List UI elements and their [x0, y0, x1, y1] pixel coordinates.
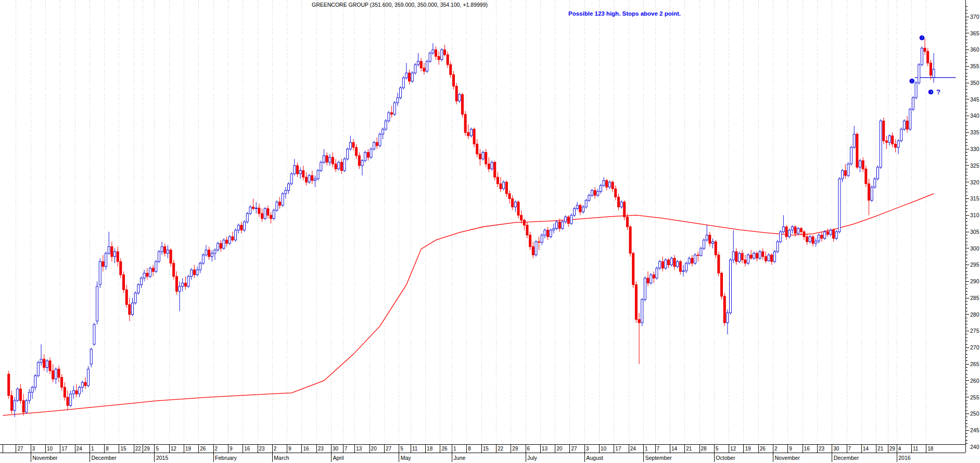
candle [668, 258, 670, 268]
candle [332, 153, 334, 168]
candle [892, 132, 894, 147]
candle-body [874, 179, 876, 187]
candle-body [385, 121, 387, 129]
candle-body [641, 299, 643, 322]
candle-body [235, 230, 237, 240]
candle-body [43, 359, 45, 368]
candle [488, 157, 490, 172]
candle-body [930, 63, 932, 76]
candle [868, 179, 870, 215]
price-axis-label: 365 [970, 30, 979, 36]
candle-body [529, 235, 531, 246]
candle [308, 174, 310, 184]
candle-body [137, 285, 139, 293]
candle-body [473, 129, 475, 144]
candle-body [170, 250, 172, 263]
candle [455, 83, 457, 104]
candle [114, 248, 116, 264]
candle-body [785, 227, 787, 236]
candle-body [520, 215, 523, 220]
candle-body [205, 250, 207, 255]
candle [574, 207, 576, 217]
candle-body [31, 387, 33, 393]
candle-body [700, 248, 702, 256]
candle-body [656, 268, 658, 278]
candle [888, 134, 890, 146]
candle-body [650, 275, 652, 283]
candle [223, 239, 225, 250]
candle-body [338, 162, 340, 169]
candle-body [441, 50, 443, 60]
candle-body [132, 303, 134, 315]
date-tick-label: 4 [898, 446, 901, 452]
candle-body [877, 167, 879, 179]
point-marker-3: ❸ [928, 89, 934, 96]
candle [267, 205, 269, 218]
candle-body [290, 174, 292, 184]
candle [785, 225, 787, 240]
month-label: July [527, 455, 537, 461]
candle [132, 298, 134, 316]
date-tick-label: 29 [889, 446, 896, 452]
candle [508, 191, 511, 204]
date-tick-label: 19 [185, 446, 192, 452]
date-tick-label: 16 [303, 446, 309, 452]
month-label: June [454, 455, 466, 461]
candle [709, 232, 711, 247]
candle [461, 93, 463, 118]
candle [285, 187, 287, 198]
date-tick-label: 26 [200, 446, 206, 452]
candle [388, 111, 390, 122]
candle [921, 46, 923, 66]
candle-body [600, 185, 602, 191]
candle [780, 230, 782, 243]
candle [930, 60, 932, 80]
candle-body [34, 376, 36, 387]
candle [134, 291, 136, 304]
candle-body [712, 242, 714, 243]
candle [158, 250, 160, 263]
candle [93, 323, 95, 346]
candle [803, 230, 805, 240]
candle-body [694, 255, 696, 263]
price-axis-label: 310 [970, 212, 979, 218]
candle [585, 198, 587, 208]
candle [818, 233, 820, 243]
candle-body [367, 153, 369, 158]
candle [738, 252, 740, 263]
candle [290, 172, 292, 185]
candle [393, 101, 396, 116]
candle-body [190, 270, 193, 277]
candle [240, 222, 243, 233]
candle-body [800, 229, 802, 232]
candle-body [723, 296, 726, 323]
candle [644, 277, 646, 302]
candle-body [379, 134, 381, 146]
month-label: May [401, 455, 412, 461]
candle [184, 277, 186, 290]
candle-body [838, 179, 841, 232]
candle-body [90, 349, 92, 365]
candle-body [226, 240, 228, 243]
candle-body [791, 227, 793, 230]
candle [797, 227, 799, 235]
candle [459, 93, 461, 103]
date-tick-label: 28 [701, 446, 707, 452]
candle [252, 198, 254, 210]
candle-body [615, 189, 617, 197]
candle-body [703, 240, 705, 248]
candle-body [653, 275, 655, 278]
candle [782, 215, 784, 233]
candle-body [476, 144, 478, 154]
candle-body [117, 252, 119, 261]
candle-body [320, 162, 322, 171]
candle-body [824, 232, 826, 239]
price-axis-label: 340 [970, 112, 979, 119]
candle-body [411, 73, 413, 81]
price-axis-label: 240 [970, 444, 979, 450]
candle-body [184, 283, 186, 286]
candle [612, 181, 614, 192]
candle-body [182, 283, 184, 286]
candle [597, 189, 599, 197]
candle-body [152, 268, 154, 271]
